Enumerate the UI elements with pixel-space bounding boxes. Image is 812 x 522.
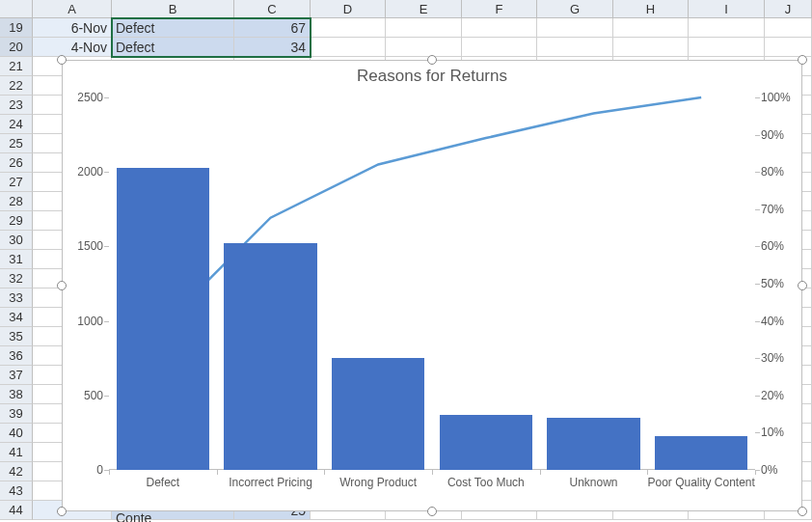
row-header-27[interactable]: 27 xyxy=(0,173,33,192)
y2-tick-label: 50% xyxy=(761,277,784,290)
column-header-D[interactable]: D xyxy=(311,0,386,18)
y2-tick-label: 20% xyxy=(761,389,784,402)
column-header-A[interactable]: A xyxy=(33,0,112,18)
resize-handle[interactable] xyxy=(427,55,437,65)
cell-E19[interactable] xyxy=(386,18,462,38)
column-header-C[interactable]: C xyxy=(234,0,311,18)
row-header-23[interactable]: 23 xyxy=(0,96,33,115)
column-header-B[interactable]: B xyxy=(112,0,234,18)
bar-4[interactable] xyxy=(547,418,639,470)
row-header-34[interactable]: 34 xyxy=(0,308,33,327)
chart-title[interactable]: Reasons for Returns xyxy=(63,67,801,86)
embedded-chart[interactable]: Reasons for Returns 05001000150020002500… xyxy=(62,60,802,511)
bar-3[interactable] xyxy=(440,415,532,470)
column-header-H[interactable]: H xyxy=(613,0,689,18)
row-header-37[interactable]: 37 xyxy=(0,366,33,385)
worksheet: { "columns": { "labels": ["A","B","C","D… xyxy=(0,0,812,522)
column-header-E[interactable]: E xyxy=(386,0,462,18)
cell-I20[interactable] xyxy=(689,38,765,57)
cell-B20[interactable]: Defect xyxy=(112,38,234,57)
y2-tick-mark xyxy=(755,209,760,210)
y2-tick-label: 60% xyxy=(761,239,784,253)
cell-C19[interactable]: 67 xyxy=(234,18,311,38)
cell-H19[interactable] xyxy=(613,18,689,38)
resize-handle[interactable] xyxy=(57,55,67,65)
y2-tick-mark xyxy=(755,284,760,285)
cell-E20[interactable] xyxy=(386,38,462,57)
x-tick-label: Unknown xyxy=(569,476,617,489)
row-header-35[interactable]: 35 xyxy=(0,327,33,346)
select-all-corner[interactable] xyxy=(0,0,33,18)
row-header-24[interactable]: 24 xyxy=(0,115,33,134)
row-header-19[interactable]: 19 xyxy=(0,18,33,38)
y2-tick-label: 90% xyxy=(761,128,784,142)
row-header-26[interactable]: 26 xyxy=(0,153,33,173)
resize-handle[interactable] xyxy=(57,281,67,290)
x-tick-mark xyxy=(217,470,218,475)
cell-G20[interactable] xyxy=(537,38,613,57)
bar-1[interactable] xyxy=(224,243,316,470)
y2-tick-mark xyxy=(755,135,760,136)
column-header-F[interactable]: F xyxy=(462,0,537,18)
cell-B19[interactable]: Defect xyxy=(112,18,234,38)
cell-J19[interactable] xyxy=(765,18,812,38)
cell-J20[interactable] xyxy=(765,38,812,57)
cell-G19[interactable] xyxy=(537,18,613,38)
row-header-30[interactable]: 30 xyxy=(0,231,33,250)
y2-tick-mark xyxy=(755,321,760,322)
cell-A19[interactable]: 6-Nov xyxy=(33,18,112,38)
y2-tick-label: 100% xyxy=(761,91,791,104)
bar-0[interactable] xyxy=(117,168,209,470)
x-tick-mark xyxy=(755,470,756,475)
row-header-33[interactable]: 33 xyxy=(0,288,33,308)
x-tick-label: Wrong Product xyxy=(339,476,417,489)
y-tick-label: 500 xyxy=(84,389,103,402)
resize-handle[interactable] xyxy=(57,507,67,516)
y-tick-mark xyxy=(104,97,109,98)
column-header-J[interactable]: J xyxy=(765,0,812,18)
y-tick-mark xyxy=(104,321,109,322)
resize-handle[interactable] xyxy=(427,507,437,516)
y2-tick-mark xyxy=(755,246,760,247)
plot-area[interactable]: 050010001500200025000%10%20%30%40%50%60%… xyxy=(109,97,755,470)
row-header-41[interactable]: 41 xyxy=(0,443,33,462)
cell-C20[interactable]: 34 xyxy=(234,38,311,57)
cell-F19[interactable] xyxy=(462,18,537,38)
row-header-31[interactable]: 31 xyxy=(0,250,33,269)
y2-tick-label: 70% xyxy=(761,203,784,216)
x-tick-mark xyxy=(432,470,433,475)
cell-I19[interactable] xyxy=(689,18,765,38)
row-header-20[interactable]: 20 xyxy=(0,38,33,57)
row-header-29[interactable]: 29 xyxy=(0,211,33,231)
row-header-32[interactable]: 32 xyxy=(0,269,33,288)
row-header-36[interactable]: 36 xyxy=(0,346,33,366)
cell-D19[interactable] xyxy=(311,18,386,38)
row-header-44[interactable]: 44 xyxy=(0,501,33,520)
row-header-21[interactable]: 21 xyxy=(0,57,33,76)
y-tick-label: 2000 xyxy=(77,165,103,179)
cell-F20[interactable] xyxy=(462,38,537,57)
bar-2[interactable] xyxy=(332,358,424,470)
row-header-42[interactable]: 42 xyxy=(0,462,33,481)
row-header-25[interactable]: 25 xyxy=(0,134,33,153)
row-header-43[interactable]: 43 xyxy=(0,481,33,501)
row-header-40[interactable]: 40 xyxy=(0,424,33,443)
column-header-I[interactable]: I xyxy=(689,0,765,18)
resize-handle[interactable] xyxy=(798,281,807,290)
y2-tick-mark xyxy=(755,396,760,397)
row-header-28[interactable]: 28 xyxy=(0,192,33,211)
x-tick-mark xyxy=(647,470,648,475)
column-header-G[interactable]: G xyxy=(537,0,613,18)
cell-D20[interactable] xyxy=(311,38,386,57)
row-header-39[interactable]: 39 xyxy=(0,404,33,424)
row-header-38[interactable]: 38 xyxy=(0,385,33,404)
cell-A20[interactable]: 4-Nov xyxy=(33,38,112,57)
row-header-22[interactable]: 22 xyxy=(0,76,33,96)
resize-handle[interactable] xyxy=(798,55,807,65)
x-tick-label: Poor Quality Content xyxy=(647,476,754,489)
resize-handle[interactable] xyxy=(798,507,807,516)
y-tick-mark xyxy=(104,396,109,397)
y2-tick-label: 0% xyxy=(761,463,777,477)
cell-H20[interactable] xyxy=(613,38,689,57)
bar-5[interactable] xyxy=(655,436,747,471)
